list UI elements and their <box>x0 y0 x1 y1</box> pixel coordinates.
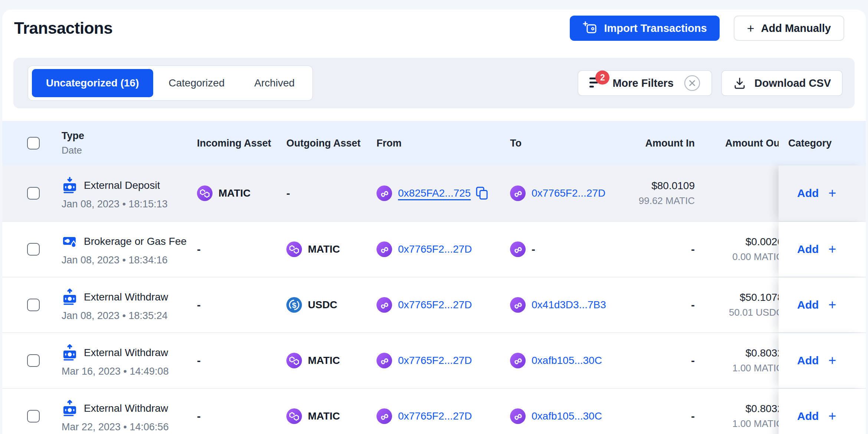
tab-categorized[interactable]: Categorized <box>155 69 239 97</box>
category-cell: Add + <box>779 165 866 221</box>
top-bar: Transactions Import Transactions + Add M… <box>14 10 844 46</box>
transaction-type: External Deposit <box>84 180 160 191</box>
add-manually-label: Add Manually <box>761 22 831 34</box>
outgoing-asset-empty: - <box>286 187 290 200</box>
from-address-link[interactable]: 0x7765F2...27D <box>398 355 472 366</box>
table-row: External Withdraw Jan 08, 2023 • 18:35:2… <box>2 277 866 332</box>
add-category-button[interactable]: Add + <box>797 187 836 200</box>
import-transactions-button[interactable]: Import Transactions <box>570 16 719 41</box>
from-address-link[interactable]: 0x825FA2...725 <box>398 187 471 199</box>
to-address-link[interactable]: 0xafb105...30C <box>532 355 602 366</box>
filter-lines-icon: 2 <box>589 76 604 91</box>
external-deposit-icon <box>62 177 78 194</box>
amount-in-empty: - <box>691 410 695 423</box>
matic-token-icon <box>197 185 213 201</box>
tab-archived[interactable]: Archived <box>240 69 309 97</box>
transaction-type: External Withdraw <box>84 402 168 414</box>
amount-out-fiat: $0.8032 <box>746 403 783 415</box>
table-header-row: Type Date Incoming Asset Outgoing Asset … <box>2 121 866 165</box>
filter-bar: Uncategorized (16) Categorized Archived … <box>13 58 855 108</box>
select-all-checkbox[interactable] <box>27 137 40 149</box>
polygon-address-icon: ∞ <box>510 241 526 257</box>
amount-in-fiat: $80.0109 <box>651 180 695 192</box>
transaction-date: Jan 08, 2023 • 18:34:16 <box>62 254 168 266</box>
amount-out-fiat: $0.0026 <box>746 236 783 248</box>
tab-uncategorized[interactable]: Uncategorized (16) <box>32 69 153 97</box>
polygon-address-icon: ∞ <box>510 353 526 368</box>
polygon-address-icon: ∞ <box>510 185 526 201</box>
plus-icon: + <box>828 354 836 367</box>
amount-in-empty: - <box>691 299 695 311</box>
to-address-link[interactable]: 0x7765F2...27D <box>532 187 605 199</box>
table-row: Brokerage or Gas Fee Jan 08, 2023 • 18:3… <box>2 221 866 277</box>
amount-out-qty: 1.00 MATIC <box>732 362 783 374</box>
col-type: Type <box>62 130 84 142</box>
amount-out-fiat: $50.1078 <box>740 292 783 303</box>
external-withdraw-icon <box>62 400 78 417</box>
amount-out-fiat: $0.8032 <box>746 347 783 359</box>
copy-address-icon[interactable] <box>476 187 488 200</box>
top-actions: Import Transactions + Add Manually <box>570 16 844 41</box>
to-address-empty: - <box>532 243 535 256</box>
amount-out-qty: 50.01 USDC <box>729 307 783 318</box>
polygon-address-icon: ∞ <box>377 297 392 313</box>
transaction-type: External Withdraw <box>84 291 168 303</box>
plus-icon: + <box>828 298 836 312</box>
add-category-button[interactable]: Add + <box>797 298 836 312</box>
col-date: Date <box>62 145 82 156</box>
to-address-link[interactable]: 0x41d3D3...7B3 <box>532 299 606 311</box>
more-filters-button[interactable]: 2 More Filters <box>578 70 712 96</box>
incoming-asset-empty: - <box>197 354 201 367</box>
row-checkbox[interactable] <box>27 354 40 367</box>
main-card: Transactions Import Transactions + Add M… <box>2 10 866 434</box>
category-cell: Add + <box>779 333 866 388</box>
amount-out-qty: 1.00 MATIC <box>732 418 783 430</box>
add-category-label: Add <box>797 187 819 200</box>
incoming-asset-empty: - <box>197 299 201 311</box>
transaction-date: Mar 22, 2023 • 14:06:56 <box>62 421 169 433</box>
col-from: From <box>377 138 402 149</box>
category-cell: Add + <box>779 222 866 277</box>
external-withdraw-icon <box>62 344 78 361</box>
transaction-date: Jan 08, 2023 • 18:15:13 <box>62 198 168 210</box>
import-transactions-label: Import Transactions <box>604 22 707 34</box>
add-manually-button[interactable]: + Add Manually <box>734 16 844 41</box>
from-address-link[interactable]: 0x7765F2...27D <box>398 410 472 422</box>
from-address-link[interactable]: 0x7765F2...27D <box>398 299 472 311</box>
outgoing-asset: MATIC <box>308 355 340 366</box>
polygon-address-icon: ∞ <box>510 408 526 424</box>
plus-icon: + <box>747 22 754 34</box>
download-csv-button[interactable]: Download CSV <box>721 70 843 96</box>
row-checkbox[interactable] <box>27 187 40 200</box>
polygon-address-icon: ∞ <box>377 241 392 257</box>
import-wallet-icon <box>582 21 597 36</box>
from-address-link[interactable]: 0x7765F2...27D <box>398 243 472 255</box>
clear-filters-icon[interactable] <box>684 75 700 91</box>
filter-count-badge: 2 <box>595 70 609 85</box>
plus-icon: + <box>828 243 836 256</box>
add-category-button[interactable]: Add + <box>797 354 836 367</box>
row-checkbox[interactable] <box>27 410 40 423</box>
download-csv-label: Download CSV <box>754 77 831 89</box>
amount-in-empty: - <box>691 243 695 256</box>
to-address-link[interactable]: 0xafb105...30C <box>532 410 602 422</box>
row-checkbox[interactable] <box>27 243 40 256</box>
col-incoming-asset: Incoming Asset <box>197 138 271 149</box>
category-cell: Add + <box>779 277 866 332</box>
add-category-button[interactable]: Add + <box>797 243 836 256</box>
polygon-address-icon: ∞ <box>377 185 392 201</box>
plus-icon: + <box>828 410 836 423</box>
amount-in-empty: - <box>691 354 695 367</box>
more-filters-label: More Filters <box>612 77 673 89</box>
usdc-token-icon: $ <box>286 297 302 313</box>
add-category-label: Add <box>797 243 819 256</box>
outgoing-asset: MATIC <box>308 243 340 255</box>
row-checkbox[interactable] <box>27 299 40 311</box>
matic-token-icon <box>286 241 302 257</box>
status-tabs: Uncategorized (16) Categorized Archived <box>27 65 313 101</box>
svg-text:$: $ <box>292 301 296 309</box>
transaction-date: Jan 08, 2023 • 18:35:24 <box>62 310 168 322</box>
transaction-date: Mar 16, 2023 • 14:49:08 <box>62 366 169 377</box>
plus-icon: + <box>828 187 836 200</box>
add-category-button[interactable]: Add + <box>797 410 836 423</box>
